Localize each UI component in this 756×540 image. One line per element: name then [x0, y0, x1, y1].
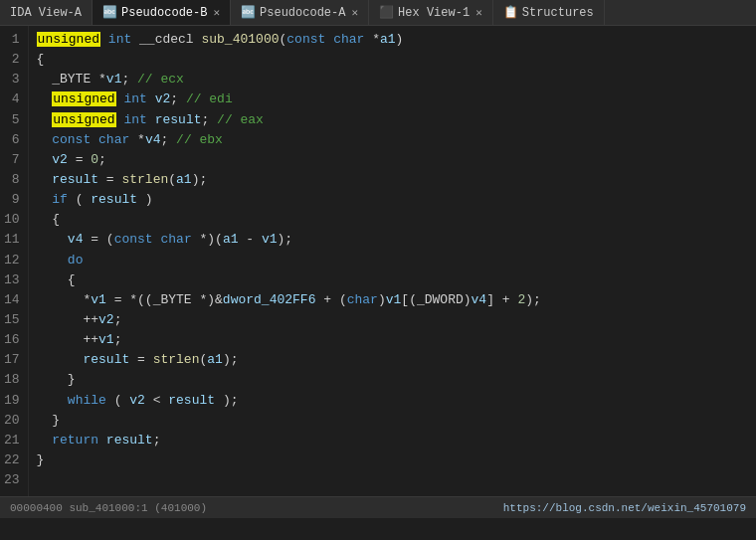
watermark: https://blog.csdn.net/weixin_45701079: [503, 502, 746, 514]
line-numbers: 12345 678910 1112131415 1617181920 21222…: [0, 26, 29, 496]
tab-label: Pseudocode-A: [260, 6, 345, 20]
sub-info: 00000400 sub_401000:1 (401000): [10, 502, 207, 514]
code-line-14: {: [37, 270, 756, 290]
code-line-9: result = strlen(a1);: [37, 170, 756, 190]
code-line-1: unsigned int __cdecl sub_401000(const ch…: [37, 30, 756, 50]
code-line-5: unsigned int result; // eax: [37, 110, 756, 130]
tab-icon: 📋: [503, 5, 518, 20]
tab-icon: ⬛: [379, 5, 394, 20]
code-content: unsigned int __cdecl sub_401000(const ch…: [29, 26, 756, 496]
close-icon[interactable]: ✕: [351, 6, 358, 19]
code-line-12: v4 = (const char *)(a1 - v1);: [37, 230, 756, 250]
tab-pseudocode-a[interactable]: 🔤 Pseudocode-A ✕: [231, 0, 369, 25]
tab-label: Hex View-1: [398, 6, 470, 20]
code-line-10: if ( result ): [37, 190, 756, 210]
tab-label: Pseudocode-B: [121, 6, 207, 20]
tab-hex-view-1[interactable]: ⬛ Hex View-1 ✕: [369, 0, 493, 25]
close-icon[interactable]: ✕: [213, 6, 220, 19]
code-line-15: *v1 = *((_BYTE *)&dword_402FF6 + (char)v…: [37, 290, 756, 310]
tab-icon: 🔤: [102, 5, 117, 20]
tab-ida-view-a[interactable]: IDA View-A: [0, 0, 93, 25]
code-line-2: {: [37, 50, 756, 70]
code-line-3: _BYTE *v1; // ecx: [37, 70, 756, 90]
code-line-6: const char *v4; // ebx: [37, 130, 756, 150]
tab-structures[interactable]: 📋 Structures: [493, 0, 605, 25]
tab-pseudocode-b[interactable]: 🔤 Pseudocode-B ✕: [93, 0, 231, 25]
code-line-18: result = strlen(a1);: [37, 350, 756, 370]
code-line-11: {: [37, 210, 756, 230]
tab-bar: IDA View-A 🔤 Pseudocode-B ✕ 🔤 Pseudocode…: [0, 0, 756, 26]
code-line-23: }: [37, 450, 756, 470]
close-icon[interactable]: ✕: [475, 6, 482, 19]
code-line-17: ++v1;: [37, 330, 756, 350]
code-line-16: ++v2;: [37, 310, 756, 330]
code-line-22: return result;: [37, 431, 756, 450]
tab-label: IDA View-A: [10, 6, 82, 20]
code-line-8: v2 = 0;: [37, 150, 756, 170]
code-line-19: }: [37, 370, 756, 390]
code-line-20: while ( v2 < result );: [37, 391, 756, 411]
code-line-4: unsigned int v2; // edi: [37, 90, 756, 109]
code-line-13: do: [37, 251, 756, 270]
tab-icon: 🔤: [241, 5, 256, 20]
tab-label: Structures: [522, 6, 594, 20]
bottom-bar: 00000400 sub_401000:1 (401000) https://b…: [0, 496, 756, 518]
code-line-21: }: [37, 411, 756, 431]
code-area: 12345 678910 1112131415 1617181920 21222…: [0, 26, 756, 496]
